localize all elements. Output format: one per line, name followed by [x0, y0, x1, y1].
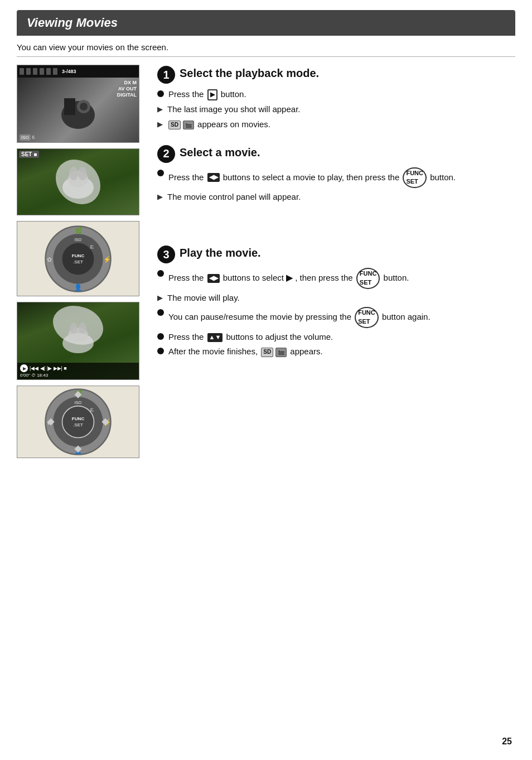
- camera-dial-svg: FUNC .SET 🌿 👤 ✿ ⚡ ISO 広: [42, 223, 114, 295]
- svg-text:ISO: ISO: [75, 237, 82, 242]
- camera-screen-4: ▶ |◀◀ ◀| |▶ ▶▶| ■ 0'00" ⏱ 18:43: [17, 302, 139, 379]
- movie-controls-bar: ▶ |◀◀ ◀| |▶ ▶▶| ■ 0'00" ⏱ 18:43: [17, 363, 139, 379]
- step-3-section: 3 Play the movie. Press the ◀▶ buttons t…: [157, 244, 515, 358]
- camera-silhouette: [53, 87, 103, 132]
- bullet-circle-icon-2: [157, 170, 164, 176]
- arrow-icon-3: ▶: [157, 192, 163, 203]
- images-column: 3-/483 DX MAV OUTDIGITAL ISO 6: [17, 65, 145, 458]
- filmstrip-hole: [33, 68, 37, 75]
- bullet-circle-icon-4: [157, 309, 164, 316]
- step-3-bullet-5-text: After the movie finishes, SD🎬 appears.: [168, 345, 323, 358]
- page-title: Viewing Movies: [27, 16, 505, 30]
- step-2-section: 2 Select a movie. Press the ◀▶ buttons t…: [157, 144, 515, 204]
- svg-point-21: [70, 323, 78, 334]
- filmstrip-hole: [26, 68, 31, 75]
- set-label: SET ■: [19, 151, 39, 158]
- filmstrip-hole: [20, 68, 24, 75]
- bullet-circle-icon-3: [157, 270, 164, 277]
- instructions-column: 1 Select the playback mode. Press the ▶ …: [157, 65, 515, 458]
- content-area: 3-/483 DX MAV OUTDIGITAL ISO 6: [17, 65, 515, 458]
- step-1-number: 1: [157, 66, 175, 84]
- svg-text:✿: ✿: [47, 256, 52, 262]
- movie-icon-2: 🎬: [275, 348, 287, 357]
- arrow-icon-4: ▶: [157, 293, 163, 304]
- playback-button-icon: ▶: [207, 89, 217, 100]
- svg-point-3: [80, 103, 88, 110]
- svg-point-22: [79, 323, 86, 334]
- svg-rect-1: [64, 98, 75, 115]
- filmstrip-hole: [46, 68, 51, 75]
- svg-point-25: [62, 406, 94, 438]
- dial-container-2: FUNC .SET 🌿 👤 ✿ ⚡ ISO 広: [17, 386, 139, 458]
- movie-icon: 🎬: [183, 121, 194, 130]
- step-3-bullet-1: Press the ◀▶ buttons to select ▶ , then …: [157, 268, 515, 289]
- camera-screen-1: 3-/483 DX MAV OUTDIGITAL ISO 6: [17, 65, 139, 142]
- updown-buttons-icon: ▲▼: [207, 333, 223, 342]
- animal-svg: [50, 160, 106, 204]
- funcset-button-icon: FUNCSET: [403, 167, 427, 189]
- image-3: FUNC .SET 🌿 👤 ✿ ⚡ ISO 広: [17, 221, 139, 296]
- animal-svg-2: [50, 318, 106, 357]
- frame-count: 3-/483: [62, 69, 76, 74]
- bullet-circle-icon: [157, 90, 164, 97]
- step-1-bullet-2: ▶ The last image you shot will appear.: [157, 103, 515, 116]
- svg-point-10: [62, 243, 94, 275]
- camera-dial-svg-2: FUNC .SET 🌿 👤 ✿ ⚡ ISO 広: [42, 386, 114, 458]
- step-1-bullet-3: ▶ SD🎬 appears on movies.: [157, 118, 515, 131]
- step-3-bullet-1-text: Press the ◀▶ buttons to select ▶ , then …: [168, 268, 409, 289]
- image-5: FUNC .SET 🌿 👤 ✿ ⚡ ISO 広: [17, 386, 139, 458]
- lr-buttons-icon-2: ◀▶: [207, 274, 220, 283]
- step-2-bullet-2: ▶ The movie control panel will appear.: [157, 191, 515, 203]
- step-1-body: Press the ▶ button. ▶ The last image you…: [157, 88, 515, 131]
- page-container: Viewing Movies You can view your movies …: [0, 0, 532, 480]
- bullet-circle-icon-6: [157, 348, 164, 354]
- step-3-body: Press the ◀▶ buttons to select ▶ , then …: [157, 268, 515, 358]
- svg-text:⚡: ⚡: [103, 255, 112, 263]
- arrow-icon-2: ▶: [157, 119, 163, 130]
- step-1-bullet-1: Press the ▶ button.: [157, 88, 515, 100]
- movie-time: 0'00" ⏱ 18:43: [20, 373, 136, 378]
- step-3-bullet-4: Press the ▲▼ buttons to adjust the volum…: [157, 331, 515, 343]
- page-subtitle: You can view your movies on the screen.: [17, 42, 515, 57]
- step-2-number: 2: [157, 145, 175, 163]
- step-3-bullet-2-text: The movie will play.: [167, 292, 240, 304]
- step-2-header: 2 Select a movie.: [157, 144, 515, 163]
- svg-point-6: [69, 167, 78, 180]
- step-3-bullet-2: ▶ The movie will play.: [157, 292, 515, 304]
- funcset-button-icon-3: FUNCSET: [355, 307, 379, 328]
- step-3-bullet-4-text: Press the ▲▼ buttons to adjust the volum…: [168, 331, 333, 343]
- step-1-title: Select the playback mode.: [180, 65, 319, 80]
- step-3-header: 3 Play the movie.: [157, 244, 515, 263]
- page-header: Viewing Movies: [17, 10, 515, 36]
- svg-text:.SET: .SET: [73, 259, 83, 264]
- svg-text:🌿: 🌿: [74, 226, 83, 234]
- sd-icon-2: SD: [261, 348, 273, 357]
- svg-text:広: 広: [90, 244, 94, 248]
- filmstrip-hole: [53, 68, 57, 75]
- svg-text:👤: 👤: [74, 283, 83, 291]
- step-1-section: 1 Select the playback mode. Press the ▶ …: [157, 65, 515, 131]
- dial-container: FUNC .SET 🌿 👤 ✿ ⚡ ISO 広: [17, 222, 139, 296]
- spacer: [157, 217, 515, 244]
- image-2: SET ■: [17, 148, 139, 215]
- step-2-bullet-1: Press the ◀▶ buttons to select a movie t…: [157, 167, 515, 189]
- step-3-bullet-3-text: You can pause/resume the movie by pressi…: [168, 307, 431, 328]
- lr-buttons-icon: ◀▶: [207, 173, 220, 182]
- step-2-bullet-2-text: The movie control panel will appear.: [167, 191, 301, 203]
- step-1-bullet-2-text: The last image you shot will appear.: [167, 103, 300, 116]
- play-triangle: ▶: [23, 366, 26, 371]
- arrow-icon: ▶: [157, 104, 163, 115]
- step-1-bullet-1-text: Press the ▶ button.: [168, 88, 246, 100]
- funcset-button-icon-2: FUNCSET: [356, 268, 380, 289]
- image-4: ▶ |◀◀ ◀| |▶ ▶▶| ■ 0'00" ⏱ 18:43: [17, 302, 139, 380]
- page-number: 25: [502, 737, 512, 747]
- step-2-title: Select a movie.: [180, 144, 260, 159]
- step-1-bullet-3-text: SD🎬 appears on movies.: [167, 118, 270, 131]
- bottom-overlay: ISO 6: [20, 134, 35, 140]
- svg-point-7: [78, 167, 87, 180]
- svg-text:広: 広: [90, 408, 94, 412]
- svg-text:FUNC: FUNC: [72, 253, 85, 258]
- svg-text:.SET: .SET: [73, 422, 83, 427]
- filmstrip-hole: [40, 68, 44, 75]
- settings-overlay: DX MAV OUTDIGITAL: [117, 80, 137, 98]
